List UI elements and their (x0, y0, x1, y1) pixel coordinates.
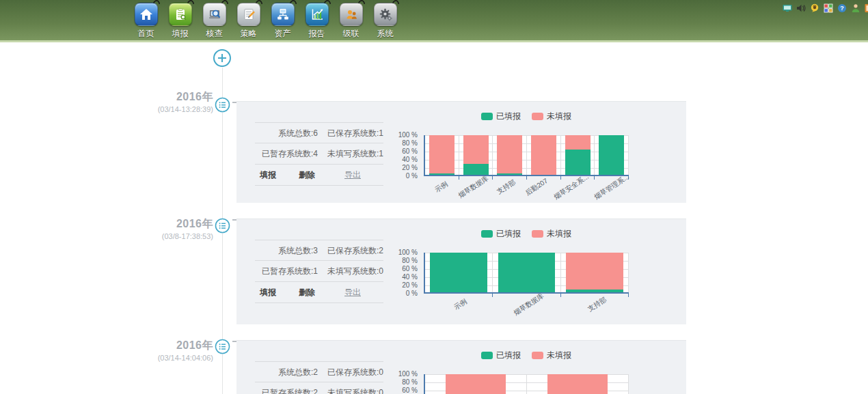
legend-label: 已填报 (496, 350, 521, 361)
entry-date: 2016年 (03/14-14:04:06) (90, 339, 213, 362)
y-tick-label: 40 % (383, 273, 418, 281)
y-tick-label: 0 % (383, 172, 418, 180)
screen-share-icon[interactable] (783, 3, 792, 13)
chart-y-axis: 100 %80 %60 %40 %20 %0 % (383, 370, 421, 394)
x-tick-label: 示例 (424, 181, 454, 193)
bar-segment-unfilled (429, 135, 455, 173)
x-tick-label: 烟草安全系... (549, 181, 588, 193)
exit-icon[interactable] (865, 3, 868, 13)
bar-segment-filled (429, 173, 455, 175)
legend-swatch (481, 113, 493, 120)
chart-legend: 已填报未填报 (424, 111, 629, 122)
chart-bar-cell (561, 135, 595, 175)
stacked-bar-chart (424, 374, 629, 394)
nav-label: 报告 (309, 28, 325, 40)
nav-item-cascade[interactable]: 级联 (336, 3, 366, 40)
help-icon[interactable]: ? (837, 3, 847, 13)
y-tick-label: 80 % (383, 139, 418, 147)
stats-row: 系统总数:6 已保存系统数:1 (255, 122, 383, 143)
legend-item[interactable]: 已填报 (481, 350, 521, 361)
chart-x-axis: 示例烟草数据库支持部后勤207烟草安全系...烟草管理系... (424, 181, 629, 193)
nav-item-form[interactable]: 填报 (165, 3, 195, 40)
delete-button[interactable]: 删除 (299, 282, 315, 303)
stat-value: 已暂存系统数:2 (255, 382, 318, 394)
nav-item-system[interactable]: 系统 (370, 3, 400, 40)
system-tray: ? (783, 3, 868, 13)
y-tick-label: 80 % (383, 257, 418, 265)
entry-date: 2016年 (03/8-17:38:53) (90, 217, 213, 240)
delete-button[interactable]: 删除 (299, 165, 315, 186)
nav-item-strategy[interactable]: 策略 (234, 3, 263, 40)
nav-label: 资产 (275, 28, 291, 40)
y-tick-label: 60 % (383, 386, 418, 394)
y-tick-label: 80 % (383, 378, 418, 386)
nav-item-inspect[interactable]: 核查 (200, 3, 229, 40)
y-tick-label: 0 % (383, 290, 418, 298)
svg-text:?: ? (840, 5, 844, 12)
fill-report-button[interactable]: 填报 (260, 165, 276, 186)
export-link[interactable]: 导出 (344, 282, 361, 303)
legend-item[interactable]: 已填报 (481, 228, 521, 240)
legend-label: 未填报 (547, 228, 571, 240)
y-tick-label: 100 % (383, 370, 418, 378)
bar-segment-unfilled (565, 135, 591, 150)
stats-table: 系统总数:3 已保存系统数:2 已暂存系统数:1 未填写系统数:0 填报 删除 … (255, 240, 383, 303)
bar-segment-filled (497, 173, 522, 175)
stacked-bar (463, 135, 489, 175)
chart-bar-cell (595, 135, 629, 175)
chart-bar-cell (527, 374, 629, 394)
nav-item-asset[interactable]: 资产 (268, 3, 297, 40)
nav-item-home[interactable]: 首页 (131, 3, 161, 40)
add-entry-button[interactable] (213, 48, 232, 68)
chart-bar-cell (527, 135, 561, 175)
stat-value: 已保存系统数:2 (318, 240, 383, 260)
stats-row: 已暂存系统数:2 未填写系统数:0 (255, 382, 383, 394)
chart-y-axis: 100 %80 %60 %40 %20 %0 % (383, 131, 421, 180)
bar-segment-filled (430, 253, 487, 292)
entry-date: 2016年 (03/14-13:28:39) (90, 90, 213, 113)
bar-segment-unfilled (463, 135, 489, 164)
y-tick-label: 20 % (383, 164, 418, 172)
legend-swatch (532, 230, 543, 238)
legend-item[interactable]: 未填报 (532, 228, 571, 240)
x-tick-label: 支持部 (560, 298, 629, 310)
timeline-node-icon[interactable] (215, 339, 230, 354)
export-link[interactable]: 导出 (344, 165, 361, 186)
timeline-node-icon[interactable] (215, 97, 230, 113)
report-card: 系统总数:2 已保存系统数:0 已暂存系统数:2 未填写系统数:0 填报 删除 … (236, 340, 686, 394)
apps-grid-icon[interactable] (824, 3, 833, 13)
nav-item-report[interactable]: 报告 (302, 3, 331, 40)
stats-table: 系统总数:6 已保存系统数:1 已暂存系统数:4 未填写系统数:1 填报 删除 … (255, 122, 383, 186)
legend-swatch (532, 113, 543, 120)
chart-bar-cell (493, 135, 527, 175)
fill-report-button[interactable]: 填报 (260, 282, 276, 303)
bar-segment-unfilled (566, 253, 623, 290)
nav-label: 系统 (377, 28, 394, 40)
stats-table: 系统总数:2 已保存系统数:0 已暂存系统数:2 未填写系统数:0 填报 删除 … (255, 361, 383, 394)
chart-bar-cell (459, 135, 493, 175)
stats-row: 已暂存系统数:1 未填写系统数:0 (255, 261, 383, 282)
y-tick-label: 40 % (383, 156, 418, 164)
timeline-node-icon[interactable] (215, 218, 230, 234)
user-icon[interactable] (851, 3, 860, 13)
plus-icon (213, 48, 232, 68)
chart-x-axis: 示例烟草数据库支持部 (424, 298, 629, 310)
legend-label: 已填报 (496, 228, 521, 240)
messenger-icon[interactable] (810, 3, 819, 13)
y-tick-label: 100 % (383, 249, 418, 257)
stats-row: 已暂存系统数:4 未填写系统数:1 (255, 143, 383, 165)
stat-value: 系统总数:2 (255, 362, 318, 382)
stacked-bar (547, 374, 608, 394)
bar-segment-filled (565, 150, 591, 175)
legend-item[interactable]: 已填报 (481, 111, 521, 122)
x-tick-label: 烟草数据库 (492, 298, 560, 310)
chart-bar-cell (425, 374, 527, 394)
main-nav: 首页 填报 核查 策略 (131, 3, 400, 40)
legend-item[interactable]: 未填报 (532, 111, 571, 122)
x-tick-label: 烟草数据库 (454, 181, 488, 193)
volume-icon[interactable] (796, 3, 806, 13)
legend-item[interactable]: 未填报 (532, 350, 571, 361)
stacked-bar (446, 374, 506, 394)
bar-segment-unfilled (531, 135, 556, 175)
report-card: 系统总数:6 已保存系统数:1 已暂存系统数:4 未填写系统数:1 填报 删除 … (236, 101, 686, 203)
